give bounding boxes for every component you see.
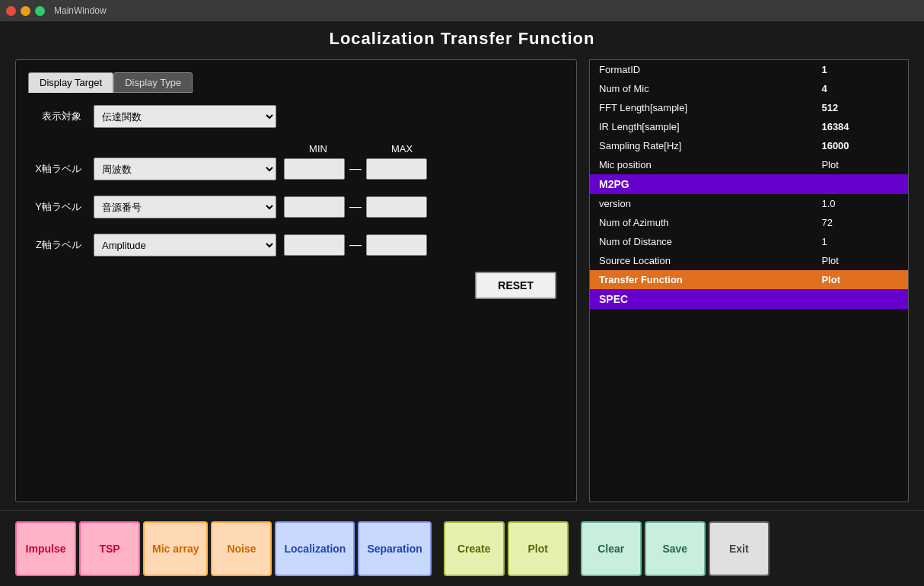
y-axis-label: Y軸ラベル	[28, 200, 81, 214]
form-row-y-axis: Y軸ラベル 音源番号 —	[28, 196, 564, 218]
create-button[interactable]: Create	[444, 521, 505, 576]
right-panel: FormatID 1 Num of Mic 4 FFT Length[sampl…	[589, 59, 909, 502]
info-key: IR Length[sample]	[590, 117, 812, 136]
micarray-button[interactable]: Mic array	[143, 521, 208, 576]
impulse-button[interactable]: Impulse	[15, 521, 76, 576]
info-value: Plot	[812, 155, 908, 174]
table-row: Num of Azimuth 72	[590, 213, 908, 232]
info-value: 1.0	[812, 194, 908, 213]
info-key: Mic position	[590, 155, 812, 174]
x-range-inputs: —	[284, 158, 427, 180]
tab-display-target[interactable]: Display Target	[28, 72, 113, 93]
min-header: MIN	[284, 143, 352, 154]
y-max-input[interactable]	[366, 196, 427, 218]
table-row: Sampling Rate[Hz] 16000	[590, 136, 908, 155]
info-table: FormatID 1 Num of Mic 4 FFT Length[sampl…	[590, 60, 908, 309]
info-value: 16384	[812, 117, 908, 136]
table-row-section-m2pg: M2PG	[590, 174, 908, 194]
table-row: Source Location Plot	[590, 251, 908, 270]
z-max-input[interactable]	[366, 234, 427, 256]
table-row: FormatID 1	[590, 60, 908, 79]
display-target-select[interactable]: 伝達関数	[94, 105, 276, 128]
info-value: 4	[812, 79, 908, 98]
table-row: Num of Distance 1	[590, 232, 908, 251]
info-value: Plot	[812, 251, 908, 270]
info-section-label: SPEC	[590, 289, 812, 309]
max-header: MAX	[368, 143, 436, 154]
z-range-inputs: —	[284, 234, 427, 256]
info-section-value	[812, 174, 908, 194]
x-axis-label: X軸ラベル	[28, 162, 81, 176]
info-key: version	[590, 194, 812, 213]
z-axis-select[interactable]: Amplitude	[94, 234, 276, 256]
info-value: 1	[812, 232, 908, 251]
x-min-input[interactable]	[284, 158, 345, 180]
save-button[interactable]: Save	[645, 521, 706, 576]
panels-row: Display Target Display Type 表示対象 伝達関数 MI…	[15, 59, 909, 502]
info-value: 16000	[812, 136, 908, 155]
y-min-input[interactable]	[284, 196, 345, 218]
left-panel: Display Target Display Type 表示対象 伝達関数 MI…	[15, 59, 577, 502]
page-title: Localization Transfer Function	[15, 29, 909, 49]
minimize-button[interactable]	[21, 6, 30, 16]
table-row: Mic position Plot	[590, 155, 908, 174]
main-content: Localization Transfer Function Display T…	[0, 21, 924, 510]
maximize-button[interactable]	[35, 6, 45, 16]
close-button[interactable]	[6, 6, 16, 16]
exit-button[interactable]: Exit	[709, 521, 769, 576]
info-value: 1	[812, 60, 908, 79]
x-max-input[interactable]	[366, 158, 427, 180]
info-value: Plot	[812, 270, 908, 289]
localization-button[interactable]: Localization	[275, 521, 355, 576]
tsp-button[interactable]: TSP	[79, 521, 140, 576]
separation-button[interactable]: Separation	[358, 521, 431, 576]
info-key: FFT Length[sample]	[590, 98, 812, 117]
y-dash: —	[349, 200, 362, 214]
table-row: Num of Mic 4	[590, 79, 908, 98]
table-row: version 1.0	[590, 194, 908, 213]
y-range-inputs: —	[284, 196, 427, 218]
y-axis-select[interactable]: 音源番号	[94, 196, 276, 218]
info-section-value	[812, 289, 908, 309]
info-value: 72	[812, 213, 908, 232]
window-title: MainWindow	[54, 5, 107, 16]
reset-row: RESET	[28, 272, 564, 299]
plot-button[interactable]: Plot	[508, 521, 569, 576]
x-axis-select[interactable]: 周波数	[94, 158, 276, 180]
form-row-display-target: 表示対象 伝達関数	[28, 105, 564, 128]
info-value: 512	[812, 98, 908, 117]
info-key: Transfer Function	[590, 270, 812, 289]
table-row: FFT Length[sample] 512	[590, 98, 908, 117]
z-axis-label: Z軸ラベル	[28, 238, 81, 252]
noise-button[interactable]: Noise	[211, 521, 272, 576]
form-row-x-axis: X軸ラベル 周波数 —	[28, 158, 564, 180]
clear-button[interactable]: Clear	[581, 521, 642, 576]
table-row: IR Length[sample] 16384	[590, 117, 908, 136]
table-row-section-spec: SPEC	[590, 289, 908, 309]
tabs-row: Display Target Display Type	[28, 72, 564, 93]
reset-button[interactable]: RESET	[475, 272, 556, 299]
table-row-transfer-function: Transfer Function Plot	[590, 270, 908, 289]
z-dash: —	[349, 238, 362, 252]
display-target-label: 表示対象	[28, 110, 81, 123]
bottom-toolbar: Impulse TSP Mic array Noise Localization…	[0, 510, 924, 586]
info-key: Num of Mic	[590, 79, 812, 98]
title-bar: MainWindow	[0, 0, 924, 21]
form-row-z-axis: Z軸ラベル Amplitude —	[28, 234, 564, 256]
x-dash: —	[349, 162, 362, 176]
info-section-label: M2PG	[590, 174, 812, 194]
tab-display-type[interactable]: Display Type	[113, 72, 193, 93]
info-key: Sampling Rate[Hz]	[590, 136, 812, 155]
info-key: Source Location	[590, 251, 812, 270]
info-key: Num of Azimuth	[590, 213, 812, 232]
z-min-input[interactable]	[284, 234, 345, 256]
info-key: FormatID	[590, 60, 812, 79]
info-key: Num of Distance	[590, 232, 812, 251]
